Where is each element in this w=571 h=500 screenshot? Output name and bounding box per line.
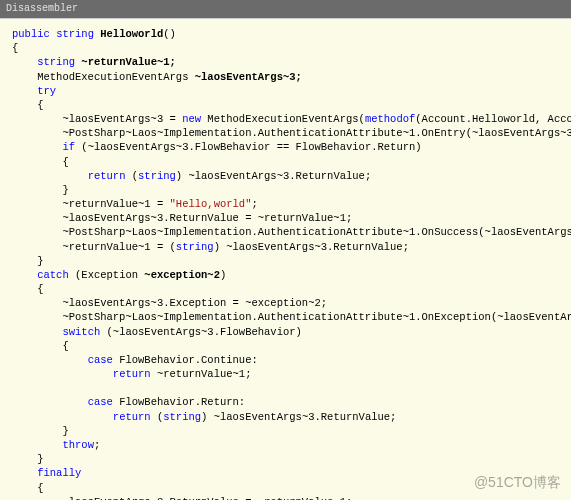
kw-try: try	[37, 85, 56, 97]
kw-case: case	[88, 354, 113, 366]
titlebar: Disassembler	[0, 0, 571, 18]
kw-return: return	[113, 411, 151, 423]
brace: }	[12, 255, 44, 267]
brace: {	[12, 340, 69, 352]
brace: {	[12, 99, 44, 111]
brace: }	[12, 453, 44, 465]
kw-string: string	[138, 170, 176, 182]
stmt: ~laosEventArgs~3.ReturnValue = ~returnVa…	[12, 496, 352, 500]
kw-string: string	[37, 56, 75, 68]
brace: }	[12, 425, 69, 437]
kw-if: if	[62, 141, 75, 153]
var-exception: ~exception~2	[144, 269, 220, 281]
kw-string: string	[163, 411, 201, 423]
brace: }	[12, 184, 69, 196]
stmt: ~PostSharp~Laos~Implementation.Authentic…	[12, 226, 571, 238]
kw-string: string	[56, 28, 94, 40]
kw-switch: switch	[62, 326, 100, 338]
stmt: ~PostSharp~Laos~Implementation.Authentic…	[12, 127, 571, 139]
method-name: Helloworld	[100, 28, 163, 40]
kw-string: string	[176, 241, 214, 253]
kw-throw: throw	[62, 439, 94, 451]
kw-catch: catch	[37, 269, 69, 281]
parens: ()	[163, 28, 176, 40]
brace: {	[12, 42, 18, 54]
code-viewer: public string Helloworld() { string ~ret…	[0, 18, 571, 500]
var-decl: ~returnValue~1;	[75, 56, 176, 68]
var-decl: ~laosEventArgs~3;	[195, 71, 302, 83]
kw-return: return	[88, 170, 126, 182]
brace: {	[12, 283, 44, 295]
kw-new: new	[182, 113, 201, 125]
stmt: ~PostSharp~Laos~Implementation.Authentic…	[12, 311, 571, 323]
kw-return: return	[113, 368, 151, 380]
kw-methodof: methodof	[365, 113, 415, 125]
kw-finally: finally	[37, 467, 81, 479]
titlebar-label: Disassembler	[6, 3, 78, 14]
string-literal: "Hello,world"	[170, 198, 252, 210]
brace: {	[12, 482, 44, 494]
stmt: ~laosEventArgs~3.ReturnValue = ~returnVa…	[12, 212, 352, 224]
kw-public: public	[12, 28, 50, 40]
kw-case: case	[88, 396, 113, 408]
stmt: ~laosEventArgs~3.Exception = ~exception~…	[12, 297, 327, 309]
brace: {	[12, 156, 69, 168]
